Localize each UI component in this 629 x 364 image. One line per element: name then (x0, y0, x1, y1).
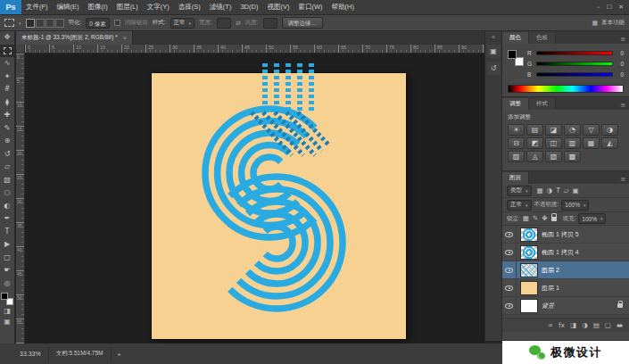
opacity-field[interactable]: 100% (561, 200, 589, 211)
pen-tool[interactable]: ✒ (0, 212, 14, 226)
visibility-toggle[interactable] (502, 244, 517, 261)
maximize-button[interactable]: ☐ (607, 4, 612, 11)
shape-tool[interactable]: ▢ (0, 252, 14, 265)
eraser-tool[interactable]: ▱ (0, 161, 14, 174)
black-white-icon[interactable]: ◩ (526, 137, 543, 149)
path-selection-tool[interactable]: ▶ (0, 238, 14, 252)
layers-panel-menu-icon[interactable]: ≡ (617, 176, 629, 184)
brush-tool[interactable]: ✎ (0, 122, 14, 136)
filter-adjustment-layers-icon[interactable]: ◑ (547, 187, 553, 194)
menu-help[interactable]: 帮助(H) (327, 0, 359, 14)
status-menu-arrow-icon[interactable]: ▸ (119, 351, 121, 357)
quick-mask-mode-icon[interactable]: ◨ (4, 307, 11, 316)
channel-slider[interactable] (536, 72, 613, 77)
tab-color[interactable]: 颜色 (502, 32, 529, 44)
photo-filter-icon[interactable]: ◫ (545, 137, 562, 149)
layer-row[interactable]: 图层 1 (502, 279, 629, 297)
eyedropper-tool[interactable]: ⧫ (0, 96, 14, 110)
gradient-tool[interactable]: ▧ (0, 174, 14, 187)
crop-tool[interactable]: # (0, 83, 14, 96)
close-button[interactable]: ✕ (618, 4, 624, 11)
tab-close-icon[interactable]: × (123, 35, 127, 41)
anti-alias-checkbox[interactable] (114, 20, 120, 26)
add-to-selection-button[interactable] (36, 19, 45, 28)
zoom-tool[interactable]: ◎ (0, 277, 14, 291)
exposure-icon[interactable]: ◔ (564, 124, 581, 136)
tab-layers[interactable]: 图层 (502, 172, 529, 184)
clone-stamp-tool[interactable]: ⊕ (0, 135, 14, 148)
adjustments-panel-menu-icon[interactable]: ≡ (617, 102, 629, 110)
properties-panel-icon[interactable]: ▣ (487, 45, 501, 58)
add-layer-mask-icon[interactable]: ◨ (570, 322, 576, 329)
expand-panels-icon[interactable]: « (492, 31, 495, 45)
layer-filter-select[interactable]: 类型 (507, 186, 532, 196)
tab-swatches[interactable]: 色板 (529, 32, 556, 44)
levels-icon[interactable]: ▤ (526, 124, 543, 136)
subtract-from-selection-button[interactable] (46, 19, 54, 28)
layer-row[interactable]: 椭圆 1 拷贝 4 (502, 244, 629, 261)
lasso-tool[interactable]: ∿ (0, 57, 14, 70)
filter-smart-objects-icon[interactable]: ▣ (573, 187, 579, 194)
channel-slider[interactable] (536, 51, 613, 55)
new-group-icon[interactable]: ▤ (593, 322, 600, 329)
lock-position-icon[interactable]: ✥ (542, 215, 547, 222)
channel-slider[interactable] (536, 62, 613, 66)
filter-pixel-layers-icon[interactable]: ▦ (537, 187, 543, 194)
menu-select[interactable]: 选择(S) (174, 0, 205, 14)
filter-shape-layers-icon[interactable]: ▱ (564, 187, 569, 194)
minimize-button[interactable]: – (597, 4, 600, 11)
history-brush-tool[interactable]: ↺ (0, 148, 14, 161)
document-tab[interactable]: 未标题-1 @ 33.3%(图层 2, RGB/8#) * × (16, 31, 133, 45)
style-select[interactable]: 正常 (170, 18, 195, 29)
layer-row[interactable]: 背景 (502, 297, 629, 315)
canvas-area[interactable] (25, 54, 484, 343)
menu-file[interactable]: 文件(F) (21, 0, 53, 14)
tool-preset-icon[interactable] (4, 19, 14, 27)
delete-layer-icon[interactable]: ▬ (617, 322, 623, 329)
color-lookup-icon[interactable]: ▦ (583, 137, 600, 149)
refine-edge-button[interactable]: 调整边缘… (282, 17, 324, 29)
menu-image[interactable]: 图像(I) (84, 0, 112, 14)
intersect-selection-button[interactable] (55, 19, 64, 28)
screen-mode-icon[interactable]: ▣ (4, 318, 11, 327)
color-balance-icon[interactable]: ⊟ (508, 137, 525, 149)
menu-filter[interactable]: 滤镜(T) (205, 0, 236, 14)
blend-mode-select[interactable]: 正常 (507, 200, 532, 211)
history-panel-icon[interactable]: ↺ (487, 62, 501, 75)
posterize-icon[interactable]: ▨ (508, 151, 525, 162)
blur-tool[interactable]: ○ (0, 186, 14, 200)
foreground-color-swatch[interactable] (1, 293, 8, 300)
menu-type[interactable]: 文字(Y) (143, 0, 174, 14)
layer-style-icon[interactable]: fx (559, 322, 565, 329)
color-swatch-widget[interactable] (1, 293, 13, 305)
tool-preset-caret-icon[interactable]: ▾ (19, 21, 21, 26)
layer-row[interactable]: 椭圆 1 拷贝 5 (502, 226, 629, 244)
dodge-tool[interactable]: ◐ (0, 200, 14, 213)
rectangular-marquee-tool[interactable] (0, 45, 14, 58)
visibility-toggle[interactable] (502, 297, 517, 314)
lock-all-icon[interactable] (551, 217, 557, 221)
type-tool[interactable]: T (0, 226, 14, 239)
healing-brush-tool[interactable]: ✚ (0, 109, 14, 122)
gradient-map-icon[interactable]: ▧ (545, 151, 562, 162)
link-layers-icon[interactable]: ∞ (548, 322, 553, 329)
new-selection-button[interactable] (26, 19, 35, 28)
lock-transparent-pixels-icon[interactable]: ▦ (523, 215, 529, 222)
color-panel-menu-icon[interactable]: ≡ (617, 36, 629, 44)
artboard[interactable] (152, 73, 406, 339)
workspace-switcher[interactable]: ▦ 基本功能 (592, 19, 625, 27)
lock-image-pixels-icon[interactable]: ✎ (533, 215, 538, 222)
swap-dimensions-icon[interactable]: ⇄ (236, 20, 241, 27)
hand-tool[interactable]: ☛ (0, 264, 14, 277)
selective-color-icon[interactable]: ▩ (564, 151, 581, 162)
feather-input[interactable]: 0 像素 (86, 18, 109, 29)
menu-edit[interactable]: 编辑(E) (53, 0, 84, 14)
menu-layer[interactable]: 图层(L) (112, 0, 143, 14)
panel-foreground-swatch[interactable] (508, 50, 517, 59)
quick-selection-tool[interactable]: ✦ (0, 70, 14, 84)
menu-3d[interactable]: 3D(D) (236, 0, 262, 14)
new-adjustment-layer-icon[interactable]: ◑ (582, 322, 588, 329)
curves-icon[interactable]: ◪ (545, 124, 562, 136)
visibility-toggle[interactable] (502, 279, 517, 296)
threshold-icon[interactable]: ◬ (526, 151, 543, 162)
